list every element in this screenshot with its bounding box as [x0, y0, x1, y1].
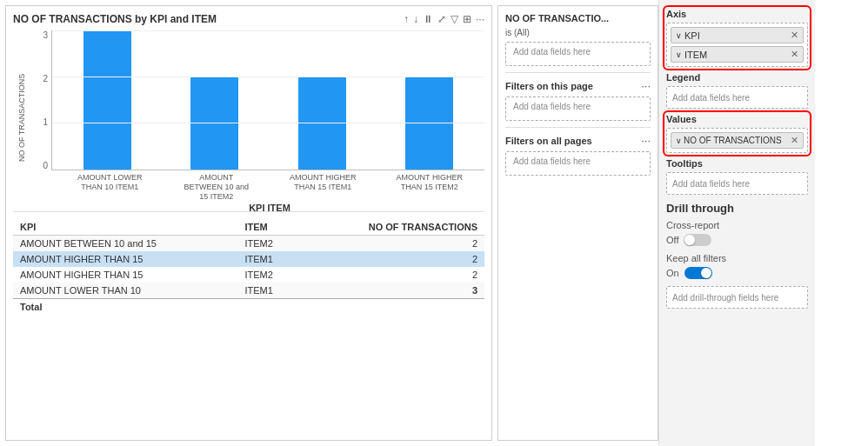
axis-tag-item[interactable]: ∨ ITEM ✕	[671, 46, 804, 63]
table-row[interactable]: AMOUNT HIGHER THAN 15 ITEM2 2	[13, 267, 484, 283]
table-icon[interactable]: ⊞	[463, 13, 471, 25]
tooltips-field-box[interactable]: Add data fields here	[666, 172, 808, 195]
cell-count: 2	[301, 236, 484, 252]
values-tag[interactable]: ∨ NO OF TRANSACTIONS ✕	[671, 132, 804, 149]
y-tick-3: 3	[43, 30, 48, 40]
kpi-tag-label: KPI	[684, 30, 700, 41]
bar-group-1[interactable]	[61, 30, 154, 170]
bar-group-3[interactable]	[276, 77, 369, 170]
cell-count: 2	[301, 251, 484, 267]
axis-tag-kpi[interactable]: ∨ KPI ✕	[671, 27, 804, 43]
y-tick-1: 1	[43, 117, 48, 127]
table-row-total: Total	[13, 299, 484, 316]
bars-area	[51, 30, 484, 170]
kpi-close-icon[interactable]: ✕	[791, 30, 798, 41]
values-tag-label: NO OF TRANSACTIONS	[684, 136, 782, 145]
item-close-icon[interactable]: ✕	[791, 49, 798, 60]
sort-desc-icon[interactable]: ↓	[413, 13, 418, 25]
table-row[interactable]: AMOUNT BETWEEN 10 and 15 ITEM2 2	[13, 236, 484, 252]
drill-through-section: Drill through Cross-report Off Keep all …	[666, 202, 808, 309]
drill-field-placeholder: Add drill-through fields here	[672, 293, 778, 303]
drill-through-title: Drill through	[666, 202, 808, 215]
x-label-4: AMOUNT HIGHERTHAN 15 ITEM2	[384, 170, 477, 201]
legend-field-box[interactable]: Add data fields here	[666, 86, 808, 109]
item-chevron-icon: ∨	[676, 50, 682, 59]
cell-count: 2	[301, 267, 484, 283]
add-data-box-3[interactable]: Add data fields here	[505, 151, 651, 176]
x-axis-title: KPI ITEM	[55, 203, 484, 213]
x-label-2: AMOUNTBETWEEN 10 and15 ITEM2	[170, 170, 264, 201]
cell-item: ITEM2	[237, 236, 300, 252]
col-header-kpi: KPI	[13, 219, 237, 236]
tooltips-placeholder: Add data fields here	[672, 179, 750, 189]
axis-label: Axis	[666, 9, 808, 19]
filters-all-pages-label: Filters on all pages	[505, 136, 592, 146]
cross-report-label: Cross-report	[666, 220, 808, 230]
drill-field-box[interactable]: Add drill-through fields here	[666, 286, 808, 309]
bar-4	[405, 77, 453, 170]
add-data-box-1[interactable]: Add data fields here	[505, 42, 651, 66]
y-tick-2: 2	[43, 74, 48, 83]
bar-group-2[interactable]	[168, 77, 261, 170]
tooltips-section: Tooltips Add data fields here	[666, 158, 808, 195]
table-row[interactable]: AMOUNT LOWER THAN 10 ITEM1 3	[13, 283, 484, 299]
pause-icon[interactable]: ⏸	[423, 13, 433, 25]
cell-item: ITEM1	[237, 251, 300, 267]
y-ticks: 3 2 1 0	[34, 30, 51, 170]
cell-item: ITEM2	[237, 267, 300, 283]
values-section: Values ∨ NO OF TRANSACTIONS ✕	[666, 114, 808, 153]
col-header-item: ITEM	[237, 219, 300, 236]
add-data-box-2[interactable]: Add data fields here	[505, 97, 651, 121]
cell-item: ITEM1	[237, 283, 300, 299]
cell-kpi: AMOUNT HIGHER THAN 15	[13, 267, 237, 283]
keep-filters-toggle-row: On	[666, 267, 808, 279]
axis-section: Axis ∨ KPI ✕ ∨ ITEM ✕	[666, 9, 808, 67]
bar-group-4[interactable]	[383, 77, 476, 170]
filters-all-pages-menu[interactable]: ···	[641, 134, 651, 147]
add-data-label-3: Add data fields here	[513, 156, 591, 166]
legend-section: Legend Add data fields here	[666, 72, 808, 109]
keep-filters-state-label: On	[666, 268, 679, 278]
legend-label: Legend	[666, 72, 808, 83]
expand-icon[interactable]: ⤢	[437, 13, 446, 25]
bar-1	[83, 30, 131, 170]
values-close-icon[interactable]: ✕	[791, 135, 798, 146]
filters-this-page-label: Filters on this page	[505, 81, 593, 91]
filter-panel: NO OF TRANSACTIO... is (All) Add data fi…	[497, 5, 658, 441]
table-row[interactable]: AMOUNT HIGHER THAN 15 ITEM1 2	[13, 251, 484, 267]
tooltips-label: Tooltips	[666, 158, 808, 169]
kpi-chevron-icon: ∨	[676, 31, 682, 40]
visual-filter-title: NO OF TRANSACTIO...	[505, 13, 651, 23]
x-label-3: AMOUNT HIGHERTHAN 15 ITEM1	[277, 170, 370, 201]
x-axis-labels: AMOUNT LOWERTHAN 10 ITEM1 AMOUNTBETWEEN …	[55, 170, 484, 201]
total-value	[301, 299, 484, 316]
sort-asc-icon[interactable]: ↑	[404, 13, 409, 25]
values-field-box: ∨ NO OF TRANSACTIONS ✕	[666, 128, 808, 153]
keep-filters-toggle[interactable]	[684, 267, 712, 279]
item-tag-label: ITEM	[684, 50, 707, 60]
y-axis-label: NO OF TRANSACTIONS	[13, 30, 30, 204]
bar-2	[190, 77, 238, 170]
more-icon[interactable]: ···	[476, 13, 484, 25]
col-header-count: NO OF TRANSACTIONS	[301, 219, 484, 236]
cross-report-state-label: Off	[666, 235, 678, 245]
x-label-1: AMOUNT LOWERTHAN 10 ITEM1	[63, 170, 157, 201]
keep-filters-label: Keep all filters	[666, 253, 808, 263]
values-label: Values	[666, 114, 808, 124]
legend-placeholder: Add data fields here	[672, 93, 750, 103]
add-data-label-2: Add data fields here	[513, 102, 591, 111]
axis-fields-box: ∨ KPI ✕ ∨ ITEM ✕	[666, 23, 808, 67]
chart-toolbar: ↑ ↓ ⏸ ⤢ ▽ ⊞ ···	[404, 13, 484, 25]
filter-icon[interactable]: ▽	[451, 13, 458, 25]
cross-report-toggle-row: Off	[666, 234, 808, 246]
cell-count: 3	[301, 283, 484, 299]
values-chevron-icon: ∨	[676, 136, 682, 145]
total-label: Total	[13, 299, 301, 316]
cross-report-toggle[interactable]	[684, 234, 711, 246]
cell-kpi: AMOUNT LOWER THAN 10	[13, 283, 237, 299]
add-data-label-1: Add data fields here	[513, 47, 591, 57]
bar-3	[298, 77, 346, 170]
cell-kpi: AMOUNT BETWEEN 10 and 15	[13, 236, 237, 252]
filters-this-page-menu[interactable]: ···	[641, 79, 651, 92]
cell-kpi: AMOUNT HIGHER THAN 15	[13, 251, 237, 267]
